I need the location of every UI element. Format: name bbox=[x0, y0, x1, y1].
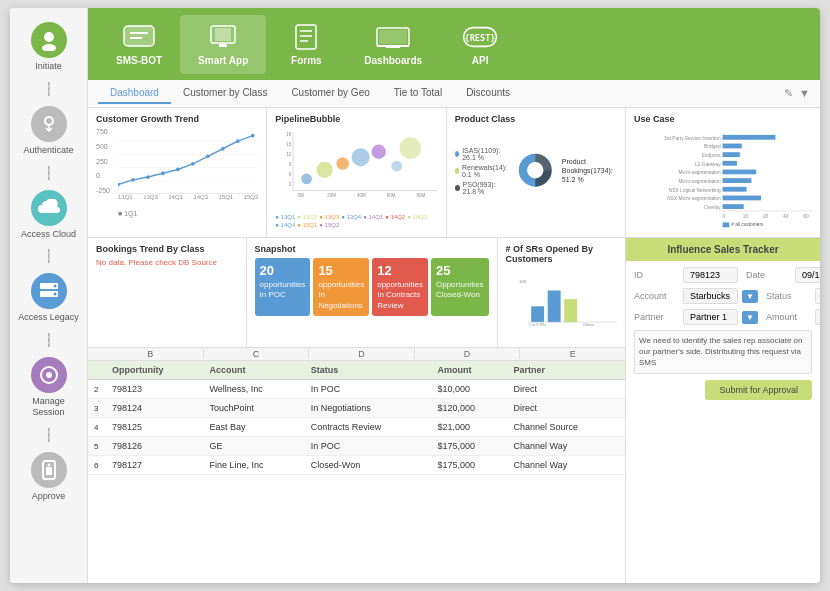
row-acc-2: Wellness, Inc bbox=[203, 380, 304, 399]
sidebar-item-authenticate[interactable]: Authenticate bbox=[10, 102, 87, 160]
row-acc-4: East Bay bbox=[203, 418, 304, 437]
nav-label-forms: Forms bbox=[291, 55, 322, 66]
svg-rect-68 bbox=[547, 291, 560, 323]
svg-text:3rd Party Service Insertion: 3rd Party Service Insertion bbox=[664, 136, 721, 141]
snapshot-title: Snapshot bbox=[255, 244, 489, 254]
api-icon: {REST} bbox=[462, 23, 498, 51]
svg-text:L2-Gateway: L2-Gateway bbox=[695, 162, 721, 167]
chart-series-label: ■ 1Q1 bbox=[118, 210, 258, 217]
smart-app-icon bbox=[205, 23, 241, 51]
snapshot-cards: 20 opportunitiesIn POC 15 opportunitiesI… bbox=[255, 258, 489, 316]
table-row[interactable]: 6 798127 Fine Line, Inc Closed-Won $175,… bbox=[88, 456, 625, 475]
sidebar-item-access-cloud[interactable]: Access Cloud bbox=[10, 186, 87, 244]
tab-dashboard[interactable]: Dashboard bbox=[98, 83, 171, 104]
row-num-4: 4 bbox=[88, 418, 106, 437]
col-account: Account bbox=[203, 361, 304, 380]
tracker-amount-value: $100,000 bbox=[815, 309, 820, 325]
table-row[interactable]: 2 798123 Wellness, Inc In POC $10,000 Di… bbox=[88, 380, 625, 399]
sidebar-item-manage-session[interactable]: Manage Session bbox=[10, 353, 87, 422]
svg-point-63 bbox=[400, 137, 422, 159]
use-case-panel: Use Case 3rd Party Service Insertion Bri… bbox=[626, 108, 820, 238]
stage-d1: D bbox=[309, 349, 415, 359]
row-acc-6: Fine Line, Inc bbox=[203, 456, 304, 475]
svg-point-34 bbox=[118, 183, 120, 187]
svg-text:5 to 9 SRs: 5 to 9 SRs bbox=[529, 323, 546, 327]
nav-forms[interactable]: Forms bbox=[266, 15, 346, 74]
legend-dot-isas bbox=[455, 151, 460, 157]
svg-text:Others: Others bbox=[583, 323, 594, 327]
tracker-partner-dropdown[interactable]: ▼ bbox=[742, 311, 758, 324]
svg-text:3: 3 bbox=[289, 182, 292, 187]
svg-text:18: 18 bbox=[287, 132, 293, 137]
pipeline-table: Opportunity Account Status Amount Partne… bbox=[88, 361, 625, 475]
authenticate-icon bbox=[31, 106, 67, 142]
table-row[interactable]: 3 798124 TouchPoint In Negotiations $120… bbox=[88, 399, 625, 418]
legacy-icon bbox=[31, 273, 67, 309]
submit-button[interactable]: Submit for Approval bbox=[705, 380, 812, 400]
tab-bar: Dashboard Customer by Class Customer by … bbox=[88, 80, 820, 108]
nav-smart-app[interactable]: Smart App bbox=[180, 15, 266, 74]
snap-num-poc: 20 bbox=[260, 263, 306, 280]
main-container: Initiate Authenticate bbox=[10, 8, 820, 583]
tab-tie-total[interactable]: Tie to Total bbox=[382, 83, 454, 104]
sidebar-label-authenticate: Authenticate bbox=[23, 145, 73, 156]
table-header-row: Opportunity Account Status Amount Partne… bbox=[88, 361, 625, 380]
tab-customer-class[interactable]: Customer by Class bbox=[171, 83, 279, 104]
legend-pso: PSO(993): 21.8 % bbox=[455, 181, 509, 195]
svg-text:NSX Logical Networking: NSX Logical Networking bbox=[669, 188, 721, 193]
svg-rect-88 bbox=[723, 196, 761, 201]
sidebar-item-access-legacy[interactable]: Access Legacy bbox=[10, 269, 87, 327]
bookings-title: Bookings Trend By Class bbox=[96, 244, 238, 254]
row-partner-6: Channel Way bbox=[507, 456, 625, 475]
sidebar-item-initiate[interactable]: Initiate bbox=[10, 18, 87, 76]
tab-discounts[interactable]: Discounts bbox=[454, 83, 522, 104]
legend-dot-pso bbox=[455, 185, 460, 191]
pipeline-bubble-panel: PipelineBubble 18 15 12 bbox=[267, 108, 446, 237]
svg-text:15: 15 bbox=[287, 142, 293, 147]
sidebar-label-session: Manage Session bbox=[16, 396, 81, 418]
nav-dashboards[interactable]: Dashboards bbox=[346, 15, 440, 74]
svg-text:100: 100 bbox=[519, 279, 527, 284]
snap-card-poc: 20 opportunitiesIn POC bbox=[255, 258, 311, 316]
svg-rect-80 bbox=[723, 161, 737, 166]
svg-rect-10 bbox=[46, 467, 52, 475]
table-row[interactable]: 5 798126 GE In POC $175,000 Channel Way bbox=[88, 437, 625, 456]
snap-label-neg: opportunitiesIn Negotiations bbox=[318, 280, 364, 310]
svg-rect-69 bbox=[564, 299, 577, 322]
stage-c: C bbox=[204, 349, 310, 359]
bookings-panel: Bookings Trend By Class No data. Please … bbox=[88, 238, 247, 347]
svg-text:6: 6 bbox=[289, 172, 292, 177]
row-opp-4: 798125 bbox=[106, 418, 203, 437]
row-amount-6: $175,000 bbox=[431, 456, 507, 475]
svg-point-11 bbox=[47, 463, 50, 466]
row-partner-5: Channel Way bbox=[507, 437, 625, 456]
snap-card-negotiations: 15 opportunitiesIn Negotiations bbox=[313, 258, 369, 316]
stage-row: B C D D E bbox=[88, 348, 625, 361]
tracker-account-dropdown[interactable]: ▼ bbox=[742, 290, 758, 303]
nav-api[interactable]: {REST} API bbox=[440, 15, 520, 74]
row-partner-2: Direct bbox=[507, 380, 625, 399]
svg-point-39 bbox=[191, 162, 195, 166]
table-row[interactable]: 4 798125 East Bay Contracts Review $21,0… bbox=[88, 418, 625, 437]
row-status-5: In POC bbox=[305, 437, 432, 456]
snap-num-won: 25 bbox=[436, 263, 484, 280]
snap-card-contracts: 12 opportunitiesIn Contracts Review bbox=[372, 258, 428, 316]
bubble-legend: ● 13Q1 ● 13Q2 ● 13Q3 ● 13Q4 ● 14Q1 ● 14Q… bbox=[275, 214, 437, 228]
dashboard-right: Use Case 3rd Party Service Insertion Bri… bbox=[625, 108, 820, 583]
svg-point-61 bbox=[372, 145, 386, 159]
sidebar-item-approve[interactable]: Approve bbox=[10, 448, 87, 506]
main-content: SMS-BOT Smart App bbox=[88, 8, 820, 583]
row-amount-4: $21,000 bbox=[431, 418, 507, 437]
tab-customer-geo[interactable]: Customer by Geo bbox=[279, 83, 381, 104]
row-amount-2: $10,000 bbox=[431, 380, 507, 399]
row-acc-5: GE bbox=[203, 437, 304, 456]
tracker-account-value: Starbucks bbox=[683, 288, 738, 304]
nav-sms-bot[interactable]: SMS-BOT bbox=[98, 15, 180, 74]
row-opp-5: 798126 bbox=[106, 437, 203, 456]
filter-icon[interactable]: ▼ bbox=[799, 87, 810, 100]
row-status-6: Closed-Won bbox=[305, 456, 432, 475]
svg-point-42 bbox=[236, 139, 240, 143]
svg-text:NSX Micro-segmentation: NSX Micro-segmentation bbox=[667, 196, 721, 201]
edit-icon[interactable]: ✎ bbox=[784, 87, 793, 100]
svg-rect-17 bbox=[219, 44, 227, 47]
